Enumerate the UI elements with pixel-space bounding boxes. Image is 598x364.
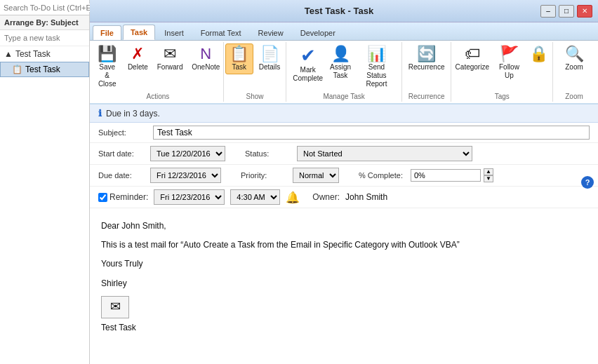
body-line1: Dear John Smith, — [101, 220, 587, 233]
main-content: Test Task - Task – □ ✕ File Task Insert … — [90, 0, 598, 364]
tab-task[interactable]: Task — [123, 25, 155, 40]
zoom-button[interactable]: 🔍 Zoom — [560, 43, 588, 74]
status-group: Status: Not Started In Progress Complete… — [245, 146, 472, 161]
tab-file[interactable]: File — [93, 25, 121, 40]
save-close-button[interactable]: 💾 Save &Close — [92, 43, 122, 91]
percent-input[interactable] — [411, 169, 481, 182]
new-task-input[interactable] — [4, 34, 85, 42]
details-button[interactable]: 📄 Details — [255, 43, 285, 74]
reminder-time-select[interactable]: 4:30 AM — [230, 189, 280, 205]
reminder-checkbox-label[interactable]: Reminder: — [98, 192, 148, 202]
reminder-bell-icon: 🔔 — [286, 191, 300, 204]
task-group-header[interactable]: ▲ Test Task — [0, 46, 89, 62]
mark-complete-icon: ✔ — [300, 46, 316, 65]
tags-group-label: Tags — [495, 91, 510, 100]
owner-label: Owner: — [312, 192, 340, 202]
task-detail: ℹ Due in 3 days. Subject: Start date: Tu… — [90, 105, 598, 364]
sidebar: 🔍 Arrange By: Subject ▲ Test Task 📋 Test… — [0, 0, 90, 364]
window-title: Test Task - Task — [138, 6, 540, 16]
close-button[interactable]: ✕ — [577, 5, 592, 18]
ribbon-group-show: 📋 Task 📄 Details Show — [224, 42, 287, 102]
mark-complete-button[interactable]: ✔ MarkComplete — [291, 43, 325, 86]
title-bar: Test Task - Task – □ ✕ — [90, 0, 598, 22]
start-status-row: Start date: Tue 12/20/2016 Status: Not S… — [90, 143, 598, 165]
recurrence-button[interactable]: 🔄 Recurrence — [404, 43, 449, 74]
assign-task-icon: 👤 — [331, 46, 350, 62]
follow-up-icon: 🚩 — [500, 46, 519, 62]
recurrence-group-label: Recurrence — [408, 91, 445, 100]
task-list-item[interactable]: 📋 Test Task — [0, 62, 89, 77]
attachment-icon[interactable]: ✉ — [101, 296, 129, 318]
ribbon-toolbar: 💾 Save &Close ✗ Delete ✉ Forward N OneNo… — [90, 41, 598, 105]
window-controls: – □ ✕ — [540, 5, 592, 18]
forward-icon: ✉ — [164, 46, 176, 62]
due-date-group: Due date: Fri 12/23/2016 — [98, 168, 221, 183]
ribbon-group-tags: 🏷 Categorize 🚩 FollowUp 🔒 Tags — [451, 42, 553, 102]
due-notice: ℹ Due in 3 days. — [90, 105, 598, 123]
categorize-button[interactable]: 🏷 Categorize — [451, 43, 493, 74]
private-icon: 🔒 — [529, 46, 548, 62]
subject-label: Subject: — [98, 128, 147, 137]
minimize-button[interactable]: – — [540, 5, 556, 18]
subject-row: Subject: — [90, 123, 598, 143]
tab-review[interactable]: Review — [251, 25, 291, 40]
arrange-label: Arrange By: Subject — [0, 15, 89, 30]
ribbon-group-zoom: 🔍 Zoom Zoom — [553, 42, 595, 102]
start-date-group: Start date: Tue 12/20/2016 — [98, 146, 225, 161]
priority-group: Priority: Low Normal High — [241, 168, 339, 183]
search-box: 🔍 — [0, 0, 89, 15]
zoom-icon: 🔍 — [565, 46, 584, 62]
due-date-label: Due date: — [98, 171, 147, 180]
task-show-button[interactable]: 📋 Task — [225, 43, 253, 74]
task-show-icon: 📋 — [230, 46, 248, 62]
onenote-button[interactable]: N OneNote — [188, 43, 224, 74]
ribbon-group-actions: 💾 Save &Close ✗ Delete ✉ Forward N OneNo… — [93, 42, 224, 102]
body-line4: Shirley — [101, 277, 587, 290]
task-item-label: Test Task — [25, 65, 60, 74]
send-status-button[interactable]: 📊 Send StatusReport — [356, 43, 397, 91]
follow-up-button[interactable]: 🚩 FollowUp — [495, 43, 524, 83]
categorize-icon: 🏷 — [465, 46, 480, 62]
percent-down-button[interactable]: ▼ — [484, 175, 493, 182]
forward-button[interactable]: ✉ Forward — [153, 43, 187, 74]
maximize-button[interactable]: □ — [559, 5, 574, 18]
actions-group-label: Actions — [146, 91, 169, 100]
due-notice-text: Due in 3 days. — [106, 109, 160, 119]
percent-up-button[interactable]: ▲ — [484, 168, 493, 175]
status-select[interactable]: Not Started In Progress Completed Waitin… — [297, 146, 472, 161]
ribbon-group-manage: ✔ MarkComplete 👤 AssignTask 📊 Send Statu… — [286, 42, 401, 102]
due-date-select[interactable]: Fri 12/23/2016 — [150, 168, 221, 183]
search-input[interactable] — [4, 4, 100, 12]
start-date-select[interactable]: Tue 12/20/2016 — [150, 146, 225, 161]
assign-task-button[interactable]: 👤 AssignTask — [326, 43, 354, 83]
reminder-date-select[interactable]: Fri 12/23/2016 — [154, 189, 225, 205]
manage-buttons: ✔ MarkComplete 👤 AssignTask 📊 Send Statu… — [291, 43, 397, 91]
tab-insert[interactable]: Insert — [157, 25, 192, 40]
percent-label: % Complete: — [359, 171, 408, 180]
recurrence-buttons: 🔄 Recurrence — [404, 43, 449, 91]
help-button[interactable]: ? — [581, 176, 594, 189]
task-body: Dear John Smith, This is a test mail for… — [90, 208, 598, 346]
actions-buttons: 💾 Save &Close ✗ Delete ✉ Forward N OneNo… — [92, 43, 224, 91]
zoom-group-label: Zoom — [565, 91, 583, 100]
percent-spinner: ▲ ▼ — [484, 168, 493, 182]
save-close-icon: 💾 — [98, 46, 117, 62]
priority-label: Priority: — [241, 171, 290, 180]
start-date-label: Start date: — [98, 149, 147, 158]
ribbon-tabs: File Task Insert Format Text Review Deve… — [90, 22, 598, 41]
private-button[interactable]: 🔒 — [525, 43, 553, 74]
tab-format-text[interactable]: Format Text — [193, 25, 249, 40]
manage-group-label: Manage Task — [323, 91, 364, 100]
tab-developer[interactable]: Developer — [293, 25, 343, 40]
reminder-row: Reminder: Fri 12/23/2016 4:30 AM 🔔 Owner… — [90, 187, 598, 208]
reminder-label: Reminder: — [109, 192, 148, 202]
delete-button[interactable]: ✗ Delete — [124, 43, 152, 74]
onenote-icon: N — [200, 46, 211, 62]
priority-select[interactable]: Low Normal High — [293, 168, 339, 183]
reminder-checkbox[interactable] — [98, 193, 107, 202]
subject-input[interactable] — [153, 126, 590, 140]
recurrence-icon: 🔄 — [417, 46, 436, 62]
task-group-label: Test Task — [15, 49, 51, 59]
show-buttons: 📋 Task 📄 Details — [225, 43, 285, 91]
zoom-buttons: 🔍 Zoom — [560, 43, 588, 91]
